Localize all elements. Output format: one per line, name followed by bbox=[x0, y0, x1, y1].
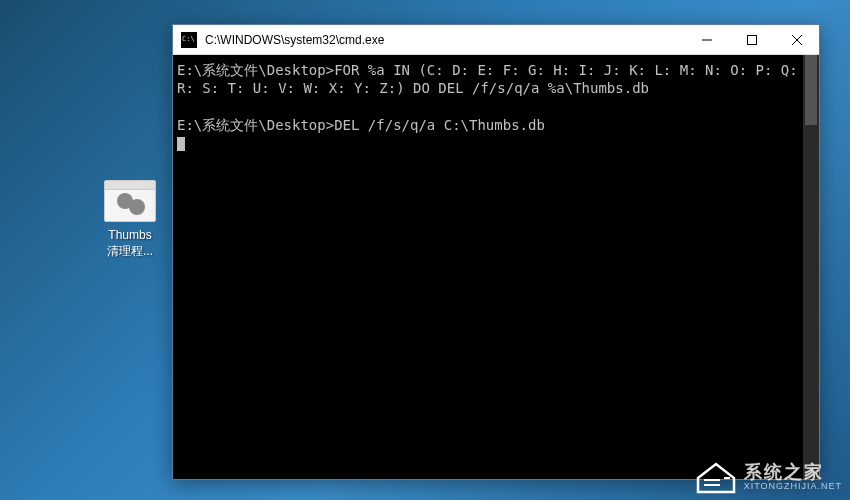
batch-file-icon bbox=[104, 180, 156, 222]
titlebar[interactable]: C:\WINDOWS\system32\cmd.exe bbox=[173, 25, 819, 55]
terminal-output[interactable]: E:\系统文件\Desktop>FOR %a IN (C: D: E: F: G… bbox=[173, 55, 819, 479]
terminal-line: E:\系统文件\Desktop>DEL /f/s/q/a C:\Thumbs.d… bbox=[177, 117, 545, 133]
close-button[interactable] bbox=[774, 25, 819, 55]
maximize-button[interactable] bbox=[729, 25, 774, 55]
desktop-shortcut[interactable]: Thumbs 清理程... bbox=[90, 180, 170, 259]
cmd-icon bbox=[181, 32, 197, 48]
svg-rect-1 bbox=[747, 35, 756, 44]
minimize-button[interactable] bbox=[684, 25, 729, 55]
scrollbar-thumb[interactable] bbox=[805, 55, 817, 125]
watermark-logo-icon bbox=[696, 460, 736, 494]
watermark: 系统之家 XITONGZHIJIA.NET bbox=[696, 460, 842, 494]
window-title: C:\WINDOWS\system32\cmd.exe bbox=[205, 33, 684, 47]
terminal-cursor bbox=[177, 137, 185, 151]
desktop-icon-label: Thumbs 清理程... bbox=[90, 228, 170, 259]
window-controls bbox=[684, 25, 819, 55]
terminal-scrollbar[interactable] bbox=[803, 55, 819, 479]
watermark-text: 系统之家 XITONGZHIJIA.NET bbox=[744, 463, 842, 491]
terminal-line: E:\系统文件\Desktop>FOR %a IN (C: D: E: F: G… bbox=[177, 62, 806, 96]
cmd-window: C:\WINDOWS\system32\cmd.exe E:\系统文件\Desk… bbox=[172, 24, 820, 480]
